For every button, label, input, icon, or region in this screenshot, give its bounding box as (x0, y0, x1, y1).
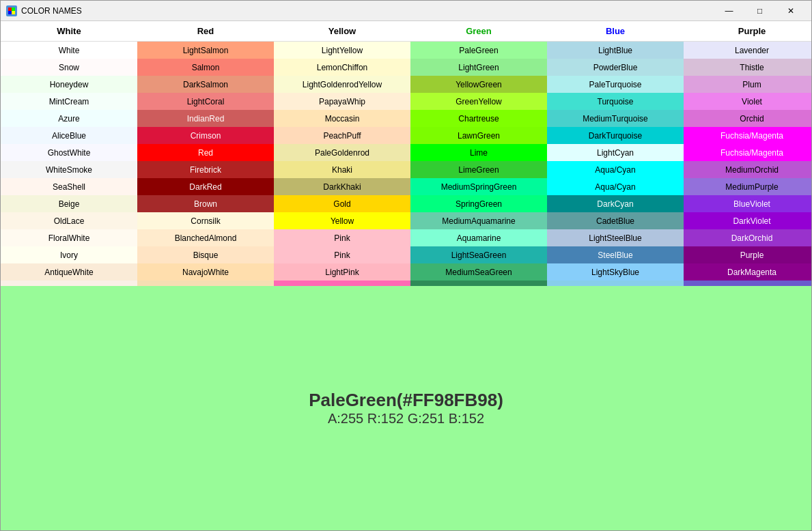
list-item[interactable]: PeachPuff (274, 127, 410, 144)
list-item[interactable]: LightCyan (547, 144, 684, 161)
list-item[interactable]: Gold (274, 195, 410, 212)
list-item[interactable]: SlateBlue (684, 281, 811, 286)
list-item[interactable]: MediumPurple (684, 178, 811, 195)
list-item[interactable]: LightPink (274, 263, 410, 281)
list-item[interactable]: LightSkyBlue (547, 263, 684, 281)
list-item[interactable]: LightBlue (547, 42, 684, 59)
list-item[interactable]: HotPink (274, 281, 410, 286)
list-item[interactable]: Orchid (684, 110, 811, 127)
list-item[interactable]: Brown (137, 195, 274, 212)
list-item[interactable]: LightSalmon (137, 42, 274, 59)
list-item[interactable]: OldLace (1, 212, 137, 229)
list-item[interactable]: MediumTurquoise (547, 110, 684, 127)
list-item[interactable]: LightCoral (137, 93, 274, 110)
list-item[interactable]: IndianRed (137, 110, 274, 127)
list-item[interactable]: Fuchsia/Magenta (684, 127, 811, 144)
list-item[interactable]: LawnGreen (410, 127, 547, 144)
list-item[interactable]: SpringGreen (410, 195, 547, 212)
list-item[interactable]: PowderBlue (547, 59, 684, 76)
column-headers: White Red Yellow Green Blue Purple (1, 21, 811, 42)
list-item[interactable]: DarkMagenta (684, 263, 811, 281)
list-item[interactable]: MediumSeaGreen (410, 263, 547, 281)
main-window: COLOR NAMES — □ ✕ White Red Yellow Green… (0, 0, 812, 531)
list-item[interactable]: MediumSpringGreen (410, 178, 547, 195)
list-item[interactable]: White (1, 42, 137, 59)
list-item[interactable]: BlueViolet (684, 195, 811, 212)
list-item[interactable]: DarkKhaki (274, 178, 410, 195)
list-item[interactable]: Wheat (137, 281, 274, 286)
list-item[interactable]: MediumAquamarine (410, 212, 547, 229)
minimize-button[interactable]: — (714, 1, 744, 21)
list-item[interactable]: Beige (1, 195, 137, 212)
list-item[interactable]: Red (137, 144, 274, 161)
list-item[interactable]: Thistle (684, 59, 811, 76)
window-controls: — □ ✕ (714, 1, 806, 21)
list-item[interactable]: Snow (1, 59, 137, 76)
list-item[interactable]: PaleGoldenrod (274, 144, 410, 161)
list-item[interactable]: DarkRed (137, 178, 274, 195)
svg-rect-2 (8, 11, 12, 14)
list-item[interactable]: YellowGreen (410, 76, 547, 93)
list-item[interactable]: Yellow (274, 212, 410, 229)
list-item[interactable]: DarkOrchid (684, 229, 811, 246)
list-item[interactable]: LemonChiffon (274, 59, 410, 76)
list-item[interactable]: Salmon (137, 59, 274, 76)
list-item[interactable]: CadetBlue (547, 212, 684, 229)
list-item[interactable]: NavajoWhite (137, 263, 274, 281)
list-item[interactable]: GreenYellow (410, 93, 547, 110)
list-item[interactable]: AntiqueWhite (1, 263, 137, 281)
list-item[interactable]: Ivory (1, 246, 137, 263)
list-item[interactable]: MediumOrchid (684, 161, 811, 178)
list-item[interactable]: DarkSalmon (137, 76, 274, 93)
list-item[interactable]: Chartreuse (410, 110, 547, 127)
list-item[interactable]: PaleGreen (410, 42, 547, 59)
list-item[interactable]: SeaGreen (410, 281, 547, 286)
close-button[interactable]: ✕ (775, 1, 806, 21)
list-item[interactable]: Bisque (137, 246, 274, 263)
list-item[interactable]: Pink (274, 246, 410, 263)
list-item[interactable]: PapayaWhip (274, 93, 410, 110)
list-item[interactable]: Aquamarine (410, 229, 547, 246)
list-item[interactable]: LightYellow (274, 42, 410, 59)
list-item[interactable]: Linen (1, 281, 137, 286)
list-item[interactable]: Purple (684, 246, 811, 263)
list-item[interactable]: GhostWhite (1, 144, 137, 161)
list-item[interactable]: DarkCyan (547, 195, 684, 212)
list-item[interactable]: SkyBlue (547, 281, 684, 286)
list-item[interactable]: LightSeaGreen (410, 246, 547, 263)
list-item[interactable]: LimeGreen (410, 161, 547, 178)
list-item[interactable]: FloralWhite (1, 229, 137, 246)
list-item[interactable]: Aqua/Cyan (547, 178, 684, 195)
list-item[interactable]: DarkTurquoise (547, 127, 684, 144)
list-item[interactable]: Turquoise (547, 93, 684, 110)
svg-rect-3 (12, 11, 15, 14)
list-item[interactable]: Cornsilk (137, 212, 274, 229)
list-item[interactable]: PaleTurquoise (547, 76, 684, 93)
list-item[interactable]: Moccasin (274, 110, 410, 127)
list-item[interactable]: Azure (1, 110, 137, 127)
list-item[interactable]: AliceBlue (1, 127, 137, 144)
svg-rect-1 (12, 8, 15, 11)
list-item[interactable]: MintCream (1, 93, 137, 110)
list-item[interactable]: DarkViolet (684, 212, 811, 229)
list-item[interactable]: WhiteSmoke (1, 161, 137, 178)
color-grid-scroll[interactable]: WhiteLightSalmonLightYellowPaleGreenLigh… (1, 42, 811, 286)
list-item[interactable]: Crimson (137, 127, 274, 144)
list-item[interactable]: SteelBlue (547, 246, 684, 263)
list-item[interactable]: Fuchsia/Magenta (684, 144, 811, 161)
list-item[interactable]: Honeydew (1, 76, 137, 93)
list-item[interactable]: Lavender (684, 42, 811, 59)
list-item[interactable]: BlanchedAlmond (137, 229, 274, 246)
maximize-button[interactable]: □ (744, 1, 775, 21)
list-item[interactable]: Firebrick (137, 161, 274, 178)
list-item[interactable]: SeaShell (1, 178, 137, 195)
list-item[interactable]: Khaki (274, 161, 410, 178)
list-item[interactable]: Violet (684, 93, 811, 110)
list-item[interactable]: Plum (684, 76, 811, 93)
list-item[interactable]: Lime (410, 144, 547, 161)
list-item[interactable]: LightSteelBlue (547, 229, 684, 246)
list-item[interactable]: Pink (274, 229, 410, 246)
list-item[interactable]: Aqua/Cyan (547, 161, 684, 178)
list-item[interactable]: LightGoldenrodYellow (274, 76, 410, 93)
list-item[interactable]: LightGreen (410, 59, 547, 76)
